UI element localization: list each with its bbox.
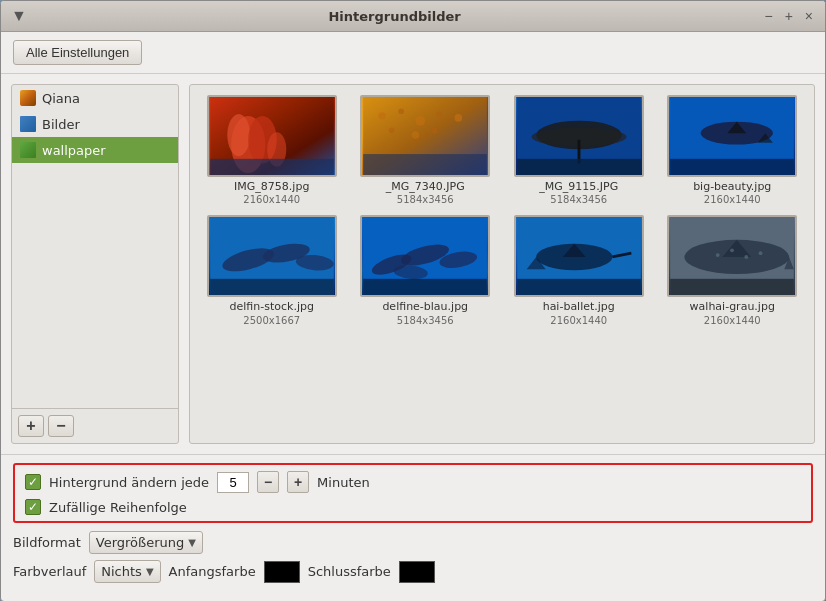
svg-point-7: [379, 112, 387, 120]
list-item[interactable]: _MG_7340.JPG 5184x3456: [354, 95, 498, 205]
maximize-button[interactable]: +: [783, 8, 795, 24]
svg-rect-20: [517, 159, 641, 175]
sidebar-item-qiana-label: Qiana: [42, 91, 80, 106]
image-size-1: 5184x3456: [397, 194, 454, 205]
image-grid-panel: IMG_8758.jpg 2160x1440: [189, 84, 815, 444]
image-thumbnail-3: [667, 95, 797, 177]
image-filename-1: _MG_7340.JPG: [386, 180, 465, 194]
image-size-4: 2500x1667: [243, 315, 300, 326]
svg-point-2: [227, 114, 250, 156]
sidebar: Qiana Bilder wallpaper + −: [11, 84, 179, 444]
svg-point-11: [455, 114, 463, 122]
format-chevron-icon: ▼: [188, 537, 196, 548]
image-size-3: 2160x1440: [704, 194, 761, 205]
format-select[interactable]: Vergrößerung ▼: [89, 531, 203, 554]
sidebar-footer: + −: [12, 408, 178, 443]
svg-point-48: [730, 249, 734, 253]
svg-point-9: [416, 116, 426, 126]
list-item[interactable]: delfine-blau.jpg 5184x3456: [354, 215, 498, 325]
list-item[interactable]: _MG_9115.JPG 5184x3456: [507, 95, 651, 205]
add-folder-button[interactable]: +: [18, 415, 44, 437]
main-window: ▼ Hintergrundbilder − + × Alle Einstellu…: [0, 0, 826, 601]
image-filename-5: delfine-blau.jpg: [382, 300, 468, 314]
image-filename-6: hai-ballet.jpg: [543, 300, 615, 314]
sidebar-item-wallpaper-label: wallpaper: [42, 143, 106, 158]
image-thumbnail-1: [360, 95, 490, 177]
image-thumbnail-0: [207, 95, 337, 177]
list-item[interactable]: hai-ballet.jpg 2160x1440: [507, 215, 651, 325]
bilder-icon: [20, 116, 36, 132]
list-item[interactable]: walhai-grau.jpg 2160x1440: [661, 215, 805, 325]
gradient-row: Farbverlauf Nichts ▼ Anfangsfarbe Schlus…: [13, 560, 813, 583]
minimize-button[interactable]: −: [762, 8, 774, 24]
svg-point-49: [745, 255, 749, 259]
minutes-input[interactable]: 5: [217, 472, 249, 493]
image-size-5: 5184x3456: [397, 315, 454, 326]
svg-point-50: [759, 252, 763, 256]
svg-rect-25: [670, 159, 794, 175]
list-item[interactable]: IMG_8758.jpg 2160x1440: [200, 95, 344, 205]
svg-rect-30: [210, 279, 334, 295]
random-order-row: ✓ Zufällige Reihenfolge: [25, 499, 801, 515]
image-thumbnail-6: [514, 215, 644, 297]
highlight-box: ✓ Hintergrund ändern jede 5 − + Minuten …: [13, 463, 813, 523]
image-size-7: 2160x1440: [704, 315, 761, 326]
end-color-swatch[interactable]: [399, 561, 435, 583]
image-size-2: 5184x3456: [550, 194, 607, 205]
svg-rect-36: [363, 279, 487, 295]
svg-rect-5: [210, 159, 334, 175]
all-settings-button[interactable]: Alle Einstellungen: [13, 40, 142, 65]
format-row: Bildformat Vergrößerung ▼: [13, 531, 813, 554]
remove-folder-button[interactable]: −: [48, 415, 74, 437]
minutes-decrease-button[interactable]: −: [257, 471, 279, 493]
minutes-increase-button[interactable]: +: [287, 471, 309, 493]
toolbar: Alle Einstellungen: [1, 32, 825, 74]
sidebar-item-qiana[interactable]: Qiana: [12, 85, 178, 111]
svg-point-13: [412, 131, 420, 139]
format-select-value: Vergrößerung: [96, 535, 185, 550]
image-size-6: 2160x1440: [550, 315, 607, 326]
list-item[interactable]: big-beauty.jpg 2160x1440: [661, 95, 805, 205]
gradient-select-value: Nichts: [101, 564, 142, 579]
titlebar-controls: − + ×: [762, 8, 815, 24]
svg-rect-42: [517, 279, 641, 295]
qiana-icon: [20, 90, 36, 106]
end-color-label: Schlussfarbe: [308, 564, 391, 579]
image-thumbnail-5: [360, 215, 490, 297]
image-filename-0: IMG_8758.jpg: [234, 180, 309, 194]
gradient-label: Farbverlauf: [13, 564, 86, 579]
sidebar-item-bilder[interactable]: Bilder: [12, 111, 178, 137]
start-color-label: Anfangsfarbe: [169, 564, 256, 579]
image-grid: IMG_8758.jpg 2160x1440: [200, 95, 804, 326]
svg-point-12: [389, 127, 395, 133]
sidebar-list: Qiana Bilder wallpaper: [12, 85, 178, 408]
titlebar-menu-button[interactable]: ▼: [11, 7, 27, 25]
list-item[interactable]: delfin-stock.jpg 2500x1667: [200, 215, 344, 325]
main-content: Qiana Bilder wallpaper + −: [1, 74, 825, 454]
gradient-chevron-icon: ▼: [146, 566, 154, 577]
sidebar-item-wallpaper[interactable]: wallpaper: [12, 137, 178, 163]
change-bg-label: Hintergrund ändern jede: [49, 475, 209, 490]
svg-point-14: [432, 127, 438, 133]
image-thumbnail-2: [514, 95, 644, 177]
svg-point-8: [399, 108, 405, 114]
window-title: Hintergrundbilder: [27, 9, 763, 24]
change-bg-checkbox[interactable]: ✓: [25, 474, 41, 490]
close-button[interactable]: ×: [803, 8, 815, 24]
wallpaper-icon: [20, 142, 36, 158]
svg-point-47: [716, 253, 720, 257]
start-color-swatch[interactable]: [264, 561, 300, 583]
svg-rect-51: [670, 279, 794, 295]
bottom-panel: ✓ Hintergrund ändern jede 5 − + Minuten …: [1, 454, 825, 601]
image-filename-2: _MG_9115.JPG: [539, 180, 618, 194]
change-bg-row: ✓ Hintergrund ändern jede 5 − + Minuten: [25, 471, 801, 493]
titlebar-left: ▼: [11, 7, 27, 25]
gradient-select[interactable]: Nichts ▼: [94, 560, 160, 583]
random-order-checkbox[interactable]: ✓: [25, 499, 41, 515]
image-thumbnail-4: [207, 215, 337, 297]
random-order-label: Zufällige Reihenfolge: [49, 500, 187, 515]
image-filename-4: delfin-stock.jpg: [230, 300, 314, 314]
image-filename-3: big-beauty.jpg: [693, 180, 771, 194]
svg-rect-15: [363, 154, 487, 175]
image-size-0: 2160x1440: [243, 194, 300, 205]
